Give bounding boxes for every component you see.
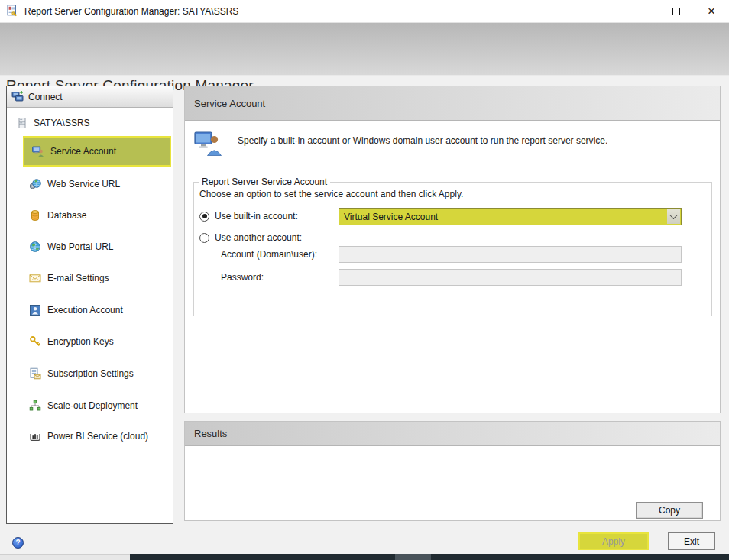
server-node[interactable]: SATYA\SSRS	[16, 115, 90, 131]
report-server-app-icon	[6, 5, 19, 18]
sidebar-item-subscription-settings[interactable]: Subscription Settings	[29, 366, 134, 381]
subscription-settings-icon	[29, 367, 41, 380]
sidebar-item-scale-out-deployment[interactable]: Scale-out Deployment	[29, 398, 138, 413]
close-button[interactable]: ×	[694, 0, 729, 22]
report-server-configuration-manager-window: Report Server Configuration Manager: SAT…	[0, 0, 729, 560]
apply-button[interactable]: Apply	[578, 532, 649, 550]
database-icon	[29, 209, 41, 222]
account-input[interactable]	[339, 246, 682, 263]
minimize-icon	[637, 11, 646, 11]
use-builtin-account-radio[interactable]: Use built-in account:	[199, 209, 298, 224]
section-header: Service Account	[185, 86, 720, 121]
group-instruction: Choose an option to set the service acco…	[199, 189, 463, 199]
builtin-account-value: Virtual Service Account	[344, 212, 438, 222]
minimize-button[interactable]	[624, 0, 659, 22]
scale-out-deployment-icon	[29, 400, 41, 412]
taskbar-app-segment	[395, 554, 431, 560]
password-input[interactable]	[339, 269, 682, 286]
help-button[interactable]: ?	[12, 537, 24, 549]
sidebar-item-label: E-mail Settings	[47, 273, 109, 283]
connect-header: Connect	[7, 86, 173, 108]
exit-button[interactable]: Exit	[668, 532, 715, 550]
results-title: Results	[194, 428, 227, 439]
results-panel: Results Copy	[184, 421, 721, 521]
sidebar-item-execution-account[interactable]: Execution Account	[29, 303, 123, 318]
web-service-url-icon	[29, 178, 41, 190]
copy-button[interactable]: Copy	[636, 502, 703, 519]
use-another-account-radio[interactable]: Use another account:	[199, 230, 302, 245]
sidebar-item-label: Encryption Keys	[47, 336, 114, 347]
sidebar-item-web-portal-url[interactable]: Web Portal URL	[29, 239, 113, 254]
connect-icon	[11, 91, 24, 103]
results-header: Results	[185, 422, 720, 446]
sidebar-item-label: Power BI Service (cloud)	[47, 431, 148, 442]
web-portal-url-icon	[29, 241, 41, 253]
maximize-button[interactable]	[659, 0, 694, 22]
radio-unselected-icon	[199, 233, 209, 243]
server-icon	[16, 117, 28, 129]
close-icon: ×	[708, 5, 715, 18]
sidebar-item-label: Scale-out Deployment	[47, 400, 138, 411]
sidebar-item-label: Subscription Settings	[47, 368, 134, 379]
sidebar-item-email-settings[interactable]: E-mail Settings	[29, 270, 109, 286]
sidebar: Connect SATYA\SSRS	[6, 86, 173, 524]
sidebar-item-encryption-keys[interactable]: Encryption Keys	[29, 334, 114, 349]
encryption-keys-icon	[29, 335, 41, 348]
sidebar-item-label: Execution Account	[47, 305, 123, 316]
titlebar: Report Server Configuration Manager: SAT…	[0, 0, 729, 23]
sidebar-item-power-bi-service[interactable]: Power BI Service (cloud)	[29, 429, 148, 444]
sidebar-item-database[interactable]: Database	[29, 208, 86, 223]
section-title: Service Account	[194, 98, 265, 109]
taskbar[interactable]	[0, 554, 729, 560]
power-bi-icon	[29, 430, 41, 442]
taskbar-light-segment	[0, 554, 130, 560]
chevron-down-icon	[667, 209, 680, 224]
group-legend: Report Server Service Account	[199, 176, 330, 187]
use-builtin-account-label: Use built-in account:	[215, 211, 298, 222]
email-icon	[29, 272, 41, 284]
maximize-icon	[672, 8, 680, 15]
password-field-label: Password:	[221, 271, 264, 283]
service-account-panel: Service Account Specify a built-in accou…	[184, 86, 721, 413]
execution-account-icon	[29, 304, 41, 316]
sidebar-item-web-service-url[interactable]: Web Service URL	[29, 176, 120, 192]
use-another-account-label: Use another account:	[215, 232, 302, 243]
sidebar-item-service-account[interactable]: Service Account	[23, 136, 171, 167]
account-field-label: Account (Domain\user):	[221, 248, 317, 261]
sidebar-item-label: Database	[47, 210, 86, 221]
server-name: SATYA\SSRS	[34, 118, 90, 128]
service-account-icon	[32, 145, 44, 157]
help-icon: ?	[15, 539, 20, 547]
service-account-large-icon	[194, 129, 222, 157]
app-banner: Report Server Configuration Manager	[0, 23, 729, 76]
window-title: Report Server Configuration Manager: SAT…	[24, 6, 238, 17]
report-server-service-account-group: Report Server Service Account Choose an …	[193, 182, 712, 316]
sidebar-item-label: Service Account	[50, 146, 116, 157]
sidebar-item-label: Web Portal URL	[47, 241, 113, 252]
section-description: Specify a built-in account or Windows do…	[238, 135, 704, 147]
builtin-account-dropdown[interactable]: Virtual Service Account	[339, 208, 682, 225]
sidebar-item-label: Web Service URL	[47, 179, 120, 189]
connect-label: Connect	[28, 92, 63, 102]
radio-selected-icon	[199, 212, 209, 222]
